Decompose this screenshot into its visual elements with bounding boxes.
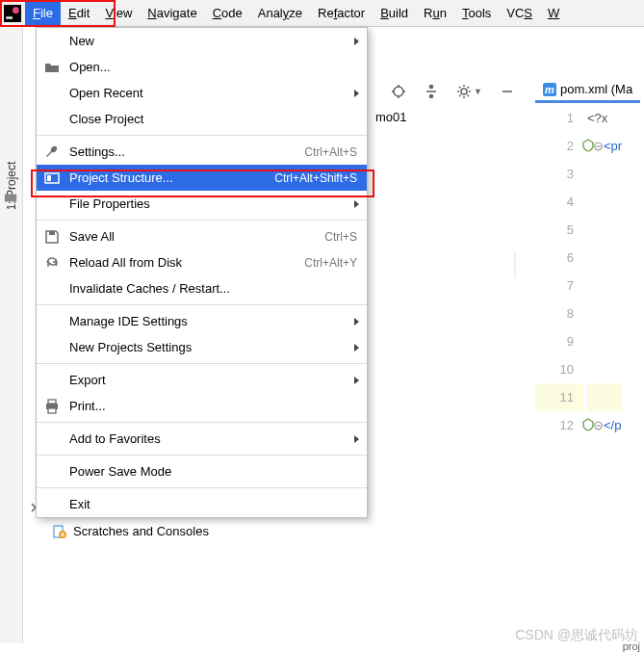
menu-view[interactable]: View (97, 1, 140, 26)
project-folder-icon (4, 191, 17, 204)
menu-shortcut: Ctrl+Alt+Y (304, 256, 357, 270)
watermark: CSDN @思诚代码坊 (515, 627, 638, 644)
menu-item-file-properties[interactable]: File Properties (37, 191, 367, 217)
menu-tools[interactable]: Tools (454, 1, 499, 26)
collapse-icon[interactable] (500, 84, 515, 99)
editor-tabs: m pom.xml (Ma (535, 77, 640, 104)
menu-item-label: New Projects Settings (69, 340, 357, 354)
svg-rect-17 (48, 400, 56, 404)
menu-item-open-recent[interactable]: Open Recent (37, 80, 367, 106)
menu-item-label: Exit (69, 497, 357, 511)
blank-icon (44, 112, 60, 127)
line-number: 7 (535, 272, 583, 300)
editor-gutter: 123456789101112 (535, 104, 583, 439)
submenu-arrow-icon (354, 377, 359, 384)
reload-icon (44, 255, 60, 271)
menu-item-label: Open Recent (69, 86, 357, 100)
menu-shortcut: Ctrl+Alt+Shift+S (274, 171, 357, 185)
menu-item-label: Invalidate Caches / Restart... (69, 281, 357, 296)
project-name-fragment: mo01 (375, 110, 407, 124)
menu-code[interactable]: Code (205, 1, 250, 26)
menubar: FileEditViewNavigateCodeAnalyzeRefactorB… (0, 0, 644, 27)
tree-scratches[interactable]: Scratches and Consoles (29, 519, 318, 543)
print-icon (44, 399, 60, 414)
menu-item-exit[interactable]: Exit (37, 491, 367, 517)
menu-run[interactable]: Run (416, 1, 454, 26)
menu-item-label: Save All (69, 229, 324, 244)
target-icon[interactable] (391, 84, 406, 99)
menu-item-label: Open... (69, 60, 357, 74)
submenu-arrow-icon (354, 344, 359, 352)
menu-item-label: Add to Favorites (69, 431, 357, 446)
line-number: 12 (535, 411, 583, 439)
svg-point-4 (394, 87, 403, 96)
menu-w[interactable]: W (540, 1, 567, 26)
open-icon (44, 60, 60, 75)
blank-icon (44, 196, 60, 212)
menu-item-settings[interactable]: Settings...Ctrl+Alt+S (37, 139, 367, 165)
menu-item-add-to-favorites[interactable]: Add to Favorites (37, 426, 367, 452)
maven-icon: m (543, 83, 556, 96)
code-line: ⊝<pr (587, 132, 622, 160)
menu-item-label: New (69, 34, 357, 48)
menu-item-new[interactable]: New (37, 28, 367, 54)
menu-analyze[interactable]: Analyze (250, 1, 310, 26)
line-number: 4 (535, 188, 583, 216)
menu-shortcut: Ctrl+S (324, 230, 357, 244)
blank-icon (44, 373, 60, 388)
menu-item-label: Settings... (69, 144, 304, 159)
menu-item-manage-ide-settings[interactable]: Manage IDE Settings (37, 308, 367, 334)
blank-icon (44, 340, 60, 355)
menu-item-close-project[interactable]: Close Project (37, 106, 367, 132)
line-number: 3 (535, 160, 583, 188)
submenu-arrow-icon (354, 90, 359, 97)
menu-item-new-projects-settings[interactable]: New Projects Settings (37, 334, 367, 360)
blank-icon (44, 34, 60, 49)
menu-navigate[interactable]: Navigate (140, 1, 204, 26)
menu-item-project-structure[interactable]: Project Structure...Ctrl+Alt+Shift+S (37, 165, 367, 191)
menu-file[interactable]: File (25, 1, 61, 26)
app-icon (4, 5, 21, 22)
svg-rect-3 (5, 195, 16, 202)
blank-icon (44, 497, 60, 512)
tab-label: pom.xml (Ma (560, 82, 632, 96)
menu-item-reload-all-from-disk[interactable]: Reload All from DiskCtrl+Alt+Y (37, 249, 367, 275)
svg-rect-19 (48, 408, 56, 413)
menu-item-power-save-mode[interactable]: Power Save Mode (37, 458, 367, 484)
tab-pom-xml[interactable]: m pom.xml (Ma (535, 78, 640, 103)
wrench-icon (44, 144, 60, 160)
tree-label: Scratches and Consoles (73, 524, 209, 538)
submenu-arrow-icon (354, 38, 359, 45)
line-number: 11 (535, 383, 583, 411)
gear-icon (456, 84, 472, 99)
scratches-icon (52, 525, 67, 538)
svg-point-10 (430, 86, 433, 89)
menu-item-print[interactable]: Print... (37, 393, 367, 419)
menu-item-save-all[interactable]: Save AllCtrl+S (37, 223, 367, 249)
menu-item-open[interactable]: Open... (37, 54, 367, 80)
menu-item-invalidate-caches-restart[interactable]: Invalidate Caches / Restart... (37, 275, 367, 301)
code-line: <?x (587, 104, 622, 132)
gear-dropdown[interactable]: ▼ (456, 84, 482, 99)
svg-point-11 (430, 95, 433, 98)
line-number: 10 (535, 355, 583, 383)
menu-build[interactable]: Build (373, 1, 416, 26)
submenu-arrow-icon (354, 318, 359, 326)
blank-icon (44, 314, 60, 329)
line-number: 1 (535, 104, 583, 132)
line-number: 2 (535, 132, 583, 160)
menu-item-label: Reload All from Disk (69, 255, 304, 270)
menu-shortcut: Ctrl+Alt+S (304, 145, 357, 159)
menu-item-export[interactable]: Export (37, 367, 367, 393)
menu-vcs[interactable]: VCS (499, 1, 540, 26)
blank-icon (44, 86, 60, 101)
code-line: ⊝</p (587, 411, 622, 439)
menu-item-label: Export (69, 373, 357, 387)
menu-refactor[interactable]: Refactor (310, 1, 373, 26)
menu-edit[interactable]: Edit (61, 1, 97, 26)
editor-code[interactable]: <?x ⊝<pr ⊝</p (587, 104, 622, 439)
sidebar: 1: Project (0, 27, 23, 643)
divide-icon[interactable] (424, 84, 439, 99)
file-menu-popup: NewOpen...Open RecentClose ProjectSettin… (36, 27, 368, 518)
menu-item-label: Power Save Mode (69, 464, 357, 479)
